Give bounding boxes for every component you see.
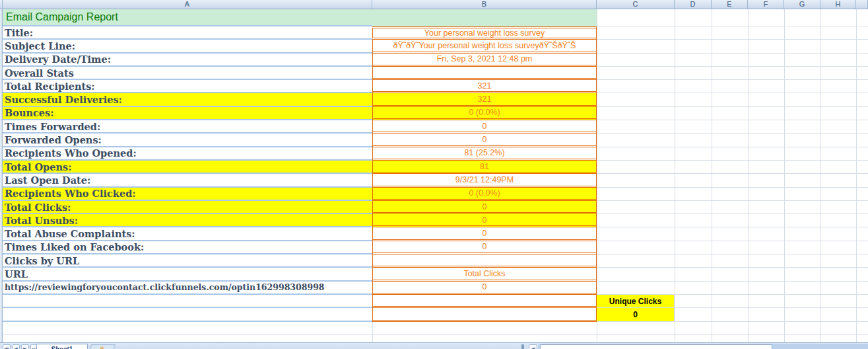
gridline [675, 9, 675, 342]
table-row [3, 295, 597, 308]
first-sheet-icon[interactable]: ⏮ [3, 344, 11, 349]
row-label-cell[interactable]: Overall Stats [3, 67, 372, 80]
gridline [372, 322, 373, 342]
unique-clicks-label-cell[interactable]: Unique Clicks [597, 295, 675, 308]
grid-row [597, 174, 868, 187]
row-value-cell[interactable]: 321 [372, 93, 597, 106]
row-label-cell[interactable]: Times Liked on Facebook: [3, 241, 372, 254]
row-label-cell[interactable]: Times Forwarded: [3, 120, 372, 134]
table-row: Recipients Who Clicked:0 (0.0%) [3, 188, 597, 201]
column-header-g[interactable]: G [784, 0, 820, 9]
row-value-cell[interactable] [372, 308, 597, 321]
table-row: Last Open Date:9/3/21 12:49PM [3, 174, 597, 187]
row-label-cell[interactable]: Subject Line: [3, 40, 372, 53]
table-row: Recipients Who Opened:81 (25.2%) [3, 147, 597, 161]
next-sheet-icon[interactable]: ▶ [21, 344, 29, 349]
column-header-b[interactable]: B [372, 0, 597, 9]
horizontal-scrollbar-thumb[interactable] [540, 344, 772, 349]
row-label-cell[interactable]: Total Abuse Complaints: [3, 227, 372, 241]
row-label-cell[interactable]: Delivery Date/Time: [3, 54, 372, 67]
row-value-cell[interactable] [372, 254, 597, 268]
column-header-e[interactable]: E [712, 0, 748, 9]
grid-row [597, 80, 868, 93]
gridline [820, 9, 821, 342]
row-value-cell[interactable]: Your personal weight loss survey [372, 26, 597, 40]
column-header-a[interactable]: A [3, 0, 372, 9]
row-label-cell[interactable]: Total Opens: [3, 161, 372, 174]
row-label-cell[interactable]: Clicks by URL [3, 254, 372, 268]
row-value-cell[interactable]: 0 [372, 134, 597, 147]
gridline [748, 9, 749, 342]
row-value-cell[interactable]: 0 [372, 214, 597, 227]
gridline [784, 9, 785, 342]
report-title-cell-extension[interactable] [372, 9, 597, 26]
row-label-cell[interactable]: Recipients Who Opened: [3, 147, 372, 161]
spreadsheet-window: ABCDEFGH Email Campaign Report Title:You… [0, 0, 868, 349]
row-label-cell[interactable]: Total Clicks: [3, 201, 372, 214]
column-header-h[interactable]: H [820, 0, 856, 9]
empty-grid-area[interactable] [597, 9, 868, 342]
row-label-cell[interactable]: Recipients Who Clicked: [3, 188, 372, 201]
table-row: URLTotal Clicks [3, 268, 597, 281]
sheet-tab-sheet1[interactable]: Sheet1 [36, 344, 88, 349]
scroll-left-icon[interactable]: ◀ [529, 344, 537, 349]
grid-row [597, 107, 868, 120]
row-value-cell[interactable]: 0 [372, 241, 597, 254]
grid-row [597, 241, 868, 254]
row-value-cell[interactable]: 81 [372, 161, 597, 174]
table-row: Clicks by URL [3, 254, 597, 268]
gridline [597, 9, 597, 342]
row-value-cell[interactable] [372, 295, 597, 308]
row-label-cell[interactable] [3, 308, 372, 321]
row-value-cell[interactable] [372, 67, 597, 80]
row-value-cell[interactable]: 0 [372, 282, 597, 295]
tab-split-handle[interactable] [521, 344, 524, 349]
row-value-cell[interactable]: 321 [372, 80, 597, 93]
grid-row [3, 322, 597, 335]
table-row: Delivery Date/Time:Fri, Sep 3, 2021 12:4… [3, 54, 597, 67]
row-value-cell[interactable]: Fri, Sep 3, 2021 12:48 pm [372, 54, 597, 67]
row-label-cell[interactable]: URL [3, 268, 372, 281]
grid-row [597, 120, 868, 134]
grid-row [597, 227, 868, 241]
report-title-cell[interactable]: Email Campaign Report [3, 9, 372, 26]
grid-row [597, 134, 868, 147]
row-value-cell[interactable]: 0 [372, 120, 597, 134]
row-label-cell[interactable]: Forwarded Opens: [3, 134, 372, 147]
column-header-c[interactable]: C [597, 0, 675, 9]
row-label-cell[interactable]: Bounces: [3, 107, 372, 120]
row-value-cell[interactable]: 0 [372, 227, 597, 241]
grid-row [597, 201, 868, 214]
column-header-partial[interactable] [856, 0, 868, 9]
table-row: Subject Line:ðŸ˜ðŸ˜Your personal weight … [3, 40, 597, 53]
horizontal-scrollbar-track[interactable] [539, 344, 868, 349]
new-sheet-button[interactable]: ✱ [88, 344, 115, 349]
row-value-cell[interactable]: Total Clicks [372, 268, 597, 281]
row-label-cell[interactable]: Total Recipients: [3, 80, 372, 93]
grid-row [3, 335, 597, 342]
column-header-d[interactable]: D [675, 0, 712, 9]
row-value-cell[interactable]: 0 [372, 201, 597, 214]
table-row: Forwarded Opens:0 [3, 134, 597, 147]
row-label-cell[interactable]: https://reviewingforyoucontact.clickfunn… [3, 282, 372, 295]
previous-sheet-icon[interactable]: ◀ [12, 344, 20, 349]
row-label-cell[interactable] [3, 295, 372, 308]
row-value-cell[interactable]: 81 (25.2%) [372, 147, 597, 161]
row-value-cell[interactable]: ðŸ˜ðŸ˜Your personal weight loss surveyðŸ… [372, 40, 597, 53]
row-value-cell[interactable]: 9/3/21 12:49PM [372, 174, 597, 187]
row-value-cell[interactable]: 0 (0.0%) [372, 188, 597, 201]
table-row: https://reviewingforyoucontact.clickfunn… [3, 282, 597, 295]
row-label-cell[interactable]: Successful Deliveries: [3, 93, 372, 106]
empty-grid-area-bottom[interactable] [3, 322, 597, 342]
row-value-cell[interactable]: 0 (0.0%) [372, 107, 597, 120]
table-row: Times Liked on Facebook:0 [3, 241, 597, 254]
column-header-f[interactable]: F [748, 0, 784, 9]
unique-clicks-value-cell[interactable]: 0 [597, 308, 675, 321]
column-header-row: ABCDEFGH [0, 0, 868, 9]
row-label-cell[interactable]: Total Unsubs: [3, 214, 372, 227]
grid-row [597, 26, 868, 40]
row-label-cell[interactable]: Last Open Date: [3, 174, 372, 187]
grid-row [597, 214, 868, 227]
row-label-cell[interactable]: Title: [3, 26, 372, 40]
grid-row [597, 40, 868, 53]
